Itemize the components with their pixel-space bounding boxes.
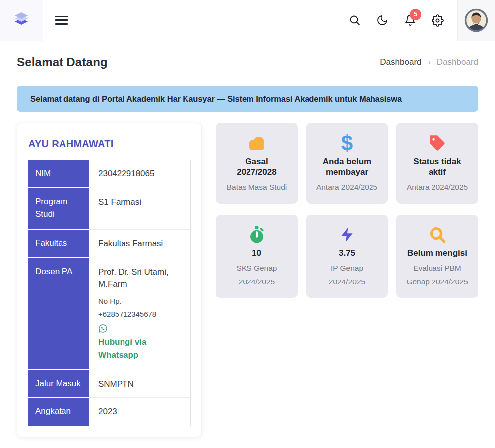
row-label: Fakultas [28,230,89,258]
breadcrumb-item-current: Dashboard [437,57,478,67]
layers-icon [11,9,31,31]
table-row-fakultas: Fakultas Fakultas Farmasi [28,230,190,258]
topbar-spacer [68,0,348,41]
stat-subtitle: IP Genap 2024/2025 [315,261,379,288]
row-value: Fakultas Farmasi [89,230,190,258]
breadcrumb: Dashboard › Dashboard [380,57,478,67]
search-icon[interactable] [348,14,361,27]
stat-subtitle: Evaluasi PBM Genap 2024/2025 [405,261,470,288]
dollar-icon: $ [312,133,382,153]
stat-title: Status tidak aktif [407,156,468,177]
profile-table: NIM 230422918065 Program Studi S1 Farmas… [28,160,191,426]
stat-card-batas-masa-studi[interactable]: Gasal 2027/2028 Batas Masa Studi [216,123,298,204]
phone-label: No Hp. [98,295,182,308]
breadcrumb-item-dashboard[interactable]: Dashboard [380,57,421,67]
row-value: Prof. Dr. Sri Utami, M.Farm No Hp. +6285… [89,258,190,370]
row-label: Angkatan [28,398,89,426]
row-value: S1 Farmasi [89,188,190,230]
user-avatar[interactable] [464,8,488,32]
student-name: AYU RAHMAWATI [28,138,191,150]
row-value: 230422918065 [89,160,190,188]
stat-title: Anda belum membayar [317,156,377,177]
avatar-panel [457,0,495,41]
row-label: Jalur Masuk [28,370,89,398]
student-profile-card: AYU RAHMAWATI NIM 230422918065 Program S… [17,123,202,437]
bell-icon[interactable]: 5 [404,14,416,27]
table-row-nim: NIM 230422918065 [28,160,190,188]
page-title: Selamat Datang [17,56,108,69]
stopwatch-icon [222,225,292,245]
whatsapp-icon [98,324,108,333]
row-label: Program Studi [28,188,89,230]
notification-badge: 5 [410,9,421,20]
stat-title: Gasal 2027/2028 [227,156,287,177]
row-label: Dosen PA [28,258,89,370]
table-row-jalur-masuk: Jalur Masuk SNMPTN [28,370,190,398]
stat-subtitle: Antara 2024/2025 [315,180,379,194]
tag-icon [402,133,472,153]
search-icon [402,225,472,245]
welcome-alert-text: Selamat datang di Portal Akademik Har Ka… [30,94,402,104]
stat-subtitle: Antara 2024/2025 [405,180,470,194]
stat-card-evaluasi[interactable]: Belum mengisi Evaluasi PBM Genap 2024/20… [396,215,478,298]
table-row-angkatan: Angkatan 2023 [28,398,190,426]
stat-subtitle: Batas Masa Studi [225,180,289,194]
gear-icon[interactable] [432,14,444,27]
dosen-name: Prof. Dr. Sri Utami, M.Farm [98,266,182,291]
row-label: NIM [28,160,89,188]
chevron-right-icon: › [428,58,431,67]
whatsapp-link-label: Hubungi via Whatsapp [98,336,182,362]
cloud-icon [222,133,292,153]
whatsapp-link[interactable]: Hubungi via Whatsapp [98,324,182,362]
stat-card-ip[interactable]: 3.75 IP Genap 2024/2025 [306,215,388,298]
stats-grid: Gasal 2027/2028 Batas Masa Studi $ Anda … [216,123,478,298]
stat-title: Belum mengisi [407,248,468,259]
welcome-alert: Selamat datang di Portal Akademik Har Ka… [17,86,478,112]
stat-subtitle: SKS Genap 2024/2025 [225,261,289,288]
table-row-program-studi: Program Studi S1 Farmasi [28,188,190,230]
dosen-phone: No Hp. +6285712345678 [98,295,182,321]
stat-title: 10 [227,248,287,259]
stat-card-sks[interactable]: 10 SKS Genap 2024/2025 [216,215,298,298]
moon-icon[interactable] [376,14,388,27]
stat-title: 3.75 [317,248,377,259]
top-bar: 5 [0,0,495,41]
app-logo[interactable] [0,0,43,41]
stat-card-status[interactable]: Status tidak aktif Antara 2024/2025 [396,123,478,204]
row-value: 2023 [89,398,190,426]
menu-icon[interactable] [55,0,68,41]
table-row-dosen-pa: Dosen PA Prof. Dr. Sri Utami, M.Farm No … [28,258,190,370]
stat-card-pembayaran[interactable]: $ Anda belum membayar Antara 2024/2025 [306,123,388,204]
lightning-icon [312,225,382,245]
phone-number: +6285712345678 [98,308,182,321]
row-value: SNMPTN [89,370,190,398]
